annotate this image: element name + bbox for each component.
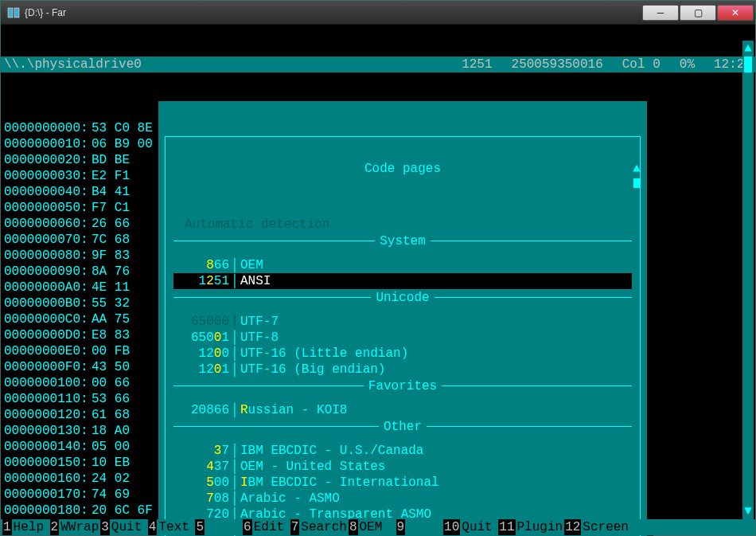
codepage-item[interactable]: 500│IBM EBCDIC - International [173, 475, 632, 491]
fkey-7[interactable]: 7Search [290, 519, 349, 535]
viewer-status-bar: \\.\physicaldrive0 1251 250059350016 Col… [1, 57, 755, 72]
hex-address: 0000000090: [4, 264, 92, 280]
dialog-title: Code pages [360, 162, 446, 176]
fkey-5[interactable]: 5 [195, 519, 243, 535]
hex-address: 0000000170: [4, 487, 92, 503]
svg-rect-1 [14, 8, 19, 18]
hex-address: 0000000120: [4, 407, 92, 423]
dialog-scroll-thumb[interactable] [633, 178, 640, 188]
codepage-number: 65001 [173, 330, 229, 346]
scroll-thumb[interactable] [744, 57, 752, 72]
codepage-name: UTF-16 (Little endian) [240, 346, 632, 362]
fkey-12[interactable]: 12Screen [564, 519, 630, 535]
hex-address: 0000000130: [4, 423, 92, 439]
codepage-item[interactable]: 1251│ANSI [173, 273, 632, 289]
section-title: Unicode [173, 298, 632, 314]
hex-address: 0000000160: [4, 471, 92, 487]
hex-address: 0000000040: [4, 184, 92, 200]
fkey-number: 11 [498, 519, 515, 535]
fkey-number: 12 [564, 519, 581, 535]
auto-detect-item[interactable]: Automatic detection [173, 217, 632, 233]
codepage-name: ANSI [240, 273, 632, 289]
hex-address: 0000000110: [4, 391, 92, 407]
item-separator: │ [229, 273, 240, 289]
status-percent: 0% [680, 57, 695, 72]
window-titlebar[interactable]: {D:\} - Far ─ ▢ ✕ [1, 1, 755, 25]
fkey-label: Search [299, 519, 349, 535]
dialog-scroll-up-icon[interactable]: ▲ [633, 161, 641, 177]
file-path: \\.\physicaldrive0 [4, 57, 142, 72]
function-key-bar: 1Help2WWrap3Quit4Text56Edit7Search8OEM91… [1, 519, 755, 535]
codepage-number: 65000 [173, 314, 229, 330]
hex-address: 0000000020: [4, 152, 92, 168]
fkey-number: 6 [243, 519, 252, 535]
hex-address: 0000000050: [4, 200, 92, 216]
maximize-button[interactable]: ▢ [680, 5, 716, 21]
codepage-item[interactable]: 37│IBM EBCDIC - U.S./Canada [173, 443, 632, 459]
codepage-item[interactable]: 866│OEM [173, 257, 632, 273]
window-title: {D:\} - Far [25, 7, 66, 18]
dialog-scrollbar[interactable]: ▲ ▼ [633, 161, 641, 536]
hex-address: 00000000E0: [4, 343, 92, 359]
fkey-2[interactable]: 2WWrap [50, 519, 101, 535]
fkey-number: 5 [195, 519, 205, 535]
codepage-name: Russian - KOI8 [240, 402, 632, 418]
codepage-number: 437 [173, 459, 229, 475]
hex-address: 00000000F0: [4, 359, 92, 375]
svg-rect-0 [8, 8, 13, 18]
fkey-11[interactable]: 11Plugin [498, 519, 564, 535]
fkey-number: 4 [148, 519, 158, 535]
hex-address: 0000000000: [4, 120, 92, 136]
status-codepage: 1251 [462, 57, 492, 72]
hex-address: 0000000010: [4, 136, 92, 152]
fkey-10[interactable]: 10Quit [443, 519, 498, 535]
fkey-9[interactable]: 9 [396, 519, 444, 535]
hex-address: 00000000B0: [4, 295, 92, 311]
fkey-label: Quit [110, 519, 148, 535]
scroll-down-icon[interactable]: ▼ [744, 503, 752, 519]
codepage-item[interactable]: 65001│UTF-8 [173, 330, 632, 346]
app-icon [7, 6, 20, 19]
minimize-button[interactable]: ─ [642, 5, 679, 21]
app-window: {D:\} - Far ─ ▢ ✕ \\.\physicaldrive0 125… [0, 0, 756, 536]
close-button[interactable]: ✕ [717, 5, 754, 21]
codepage-item[interactable]: 437│OEM - United States [173, 459, 632, 475]
fkey-label: Screen [581, 519, 630, 535]
fkey-8[interactable]: 8OEM [349, 519, 396, 535]
item-separator: │ [229, 330, 240, 346]
item-separator: │ [229, 362, 240, 378]
codepage-item[interactable]: 20866│Russian - KOI8 [173, 402, 632, 418]
codepage-item[interactable]: 708│Arabic - ASMO [173, 491, 632, 507]
hex-address: 0000000080: [4, 248, 92, 264]
codepage-item[interactable]: 1200│UTF-16 (Little endian) [173, 346, 632, 362]
item-separator: │ [229, 443, 240, 459]
fkey-6[interactable]: 6Edit [243, 519, 290, 535]
codepage-name: UTF-16 (Big endian) [240, 362, 632, 378]
hex-address: 00000000A0: [4, 280, 92, 295]
fkey-4[interactable]: 4Text [148, 519, 196, 535]
fkey-label: Quit [460, 519, 498, 535]
fkey-label: Text [157, 519, 195, 535]
hex-address: 0000000030: [4, 168, 92, 184]
fkey-number: 8 [349, 519, 358, 535]
fkey-label: WWrap [59, 519, 100, 535]
codepage-name: OEM - United States [240, 459, 632, 475]
scroll-up-icon[interactable]: ▲ [744, 41, 752, 57]
codepage-number: 1251 [173, 273, 229, 289]
item-separator: │ [229, 491, 240, 507]
hex-address: 0000000100: [4, 375, 92, 391]
hex-address: 00000000D0: [4, 327, 92, 343]
item-separator: │ [229, 346, 240, 362]
fkey-1[interactable]: 1Help [2, 519, 50, 535]
codepage-name: UTF-7 [240, 314, 632, 330]
fkey-3[interactable]: 3Quit [100, 519, 148, 535]
fkey-label: OEM [358, 519, 396, 535]
codepage-item: 65000│UTF-7 [173, 314, 632, 330]
codepage-item[interactable]: 1201│UTF-16 (Big endian) [173, 362, 632, 378]
codepage-name: IBM EBCDIC - International [240, 475, 632, 491]
fkey-number: 3 [100, 519, 110, 535]
codepage-number: 37 [173, 443, 229, 459]
fkey-label [205, 519, 243, 535]
codepage-number: 20866 [173, 402, 229, 418]
viewer-scrollbar[interactable]: ▲ ▼ [742, 41, 754, 519]
